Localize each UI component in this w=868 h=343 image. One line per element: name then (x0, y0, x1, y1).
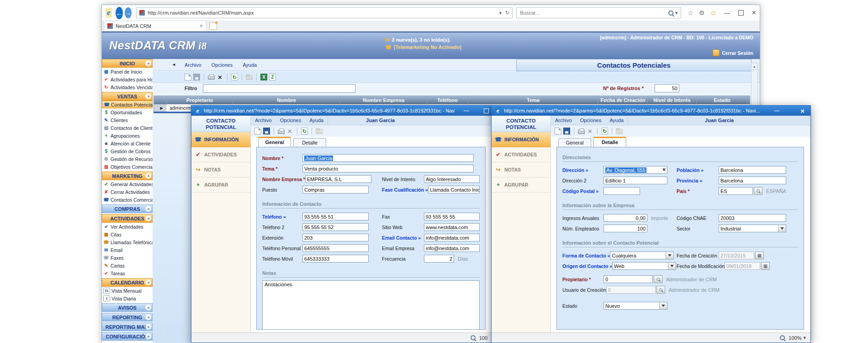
email-empresa-input[interactable]: info@nestdata.com (424, 244, 480, 252)
menu-opciones[interactable]: Opciones (576, 118, 605, 123)
sidebar-header-calendario[interactable]: CALENDARIO » (102, 278, 153, 287)
tab-general[interactable]: General (258, 137, 291, 147)
sidebar-item-contactos-comerciales[interactable]: ☎Contactos Comerciales (102, 196, 153, 204)
notas-textarea[interactable]: Anotaciones (262, 280, 480, 330)
sidebar-item-email[interactable]: ✉Email (102, 246, 153, 254)
refresh-icon[interactable]: ↻ (301, 128, 308, 134)
zoom-icon[interactable] (780, 335, 785, 340)
delete-icon[interactable]: × (587, 128, 593, 134)
grid-header-nombre-empresa[interactable]: Nombre Empresa (340, 96, 427, 104)
delete-icon[interactable]: × (286, 128, 293, 134)
dropdown-arrow-icon[interactable] (668, 263, 676, 269)
popup2-nav-agrupar[interactable]: +AGRUPAR (492, 177, 550, 193)
sidebar-item-tareas[interactable]: ✔Tareas (102, 269, 153, 277)
menu-archivo[interactable]: Archivo (251, 118, 276, 123)
mail-status[interactable]: 3 nuevo(s), 3 no leído(s). (392, 37, 450, 43)
origen-contacto-select[interactable]: Web (612, 262, 676, 270)
email-contacto-input[interactable]: info@nestdata.com (424, 234, 480, 241)
scroll-up-icon[interactable]: ▲ (752, 63, 757, 70)
url-dropdown-icon[interactable]: ▾ (499, 10, 502, 16)
zoom-icon[interactable] (471, 335, 476, 340)
popup1-nav-agrupar[interactable]: +AGRUPAR (191, 177, 250, 193)
zoom-level[interactable]: 100% (789, 335, 801, 341)
sidebar-header-configuracion[interactable]: CONFIGURACIÓN » (102, 332, 153, 341)
minimize-button[interactable]: — (724, 10, 730, 16)
sidebar-item-citas[interactable]: ▦Citas (102, 230, 153, 238)
collapse-chevron-icon[interactable]: » (145, 314, 151, 320)
sidebar-item-gestion-de-recursos[interactable]: ⚙Gestión de Recursos (102, 155, 153, 163)
sidebar-item-vista-diaria[interactable]: 1Vista Diaria (102, 295, 153, 302)
tab-detalle[interactable]: Detalle (293, 138, 326, 147)
collapse-chevron-icon[interactable]: » (145, 279, 151, 285)
num-empleados-input[interactable]: 100 (603, 225, 647, 232)
usuario-lookup-icon[interactable] (656, 286, 665, 294)
sitio-web-input[interactable]: www.nestdata.com (424, 223, 480, 231)
telefono2-input[interactable]: 95 555 55 52 (302, 223, 369, 231)
popup2-minimize-button[interactable]: — (774, 107, 779, 114)
new-tab-button[interactable] (209, 22, 217, 30)
tab-general[interactable]: General (558, 138, 591, 147)
collapse-chevron-icon[interactable]: » (145, 206, 151, 212)
sidebar-item-gestion-de-cobros[interactable]: $Gestión de Cobros (102, 147, 153, 155)
sidebar-item-cartas[interactable]: ✎Cartas (102, 262, 153, 269)
telefono-movil-input[interactable]: 645333333 (302, 255, 369, 263)
collapse-chevron-icon[interactable]: » (145, 215, 151, 221)
grid-header-telefono[interactable]: Teléfono (427, 96, 468, 104)
frecuencia-input[interactable]: 2 (424, 255, 454, 263)
sidebar-header-avisos[interactable]: AVISOS » (102, 303, 153, 312)
maximize-button[interactable] (738, 10, 744, 16)
propietario-input[interactable]: 0 (603, 275, 653, 283)
popup1-nav-actividades[interactable]: ✔ACTIVIDADES (191, 147, 250, 162)
collapse-chevron-icon[interactable]: » (145, 173, 151, 179)
ie-icon[interactable]: e (106, 8, 112, 18)
folder-icon[interactable] (616, 129, 623, 134)
collapse-chevron-icon[interactable]: » (145, 324, 151, 330)
sector-select[interactable]: Industrial (719, 225, 786, 232)
calendar-icon[interactable]: ▦ (761, 262, 770, 270)
print-icon[interactable] (208, 75, 215, 80)
filter-input[interactable] (203, 84, 355, 93)
tab-detalle[interactable]: Detalle (593, 137, 626, 147)
nivel-interes-input[interactable]: Algo Interesado (424, 175, 480, 183)
forma-contacto-select[interactable]: Cualquiera (610, 252, 674, 259)
zoom-dropdown-icon[interactable]: ▾ (803, 335, 806, 341)
sidebar-item-ver-actividades[interactable]: ✔Ver Actividades (102, 223, 153, 230)
direccion2-input[interactable]: Edificio 1 (603, 177, 667, 184)
codigo-cnae-input[interactable]: 20003 (719, 214, 786, 222)
excel-export-icon[interactable]: X (260, 74, 267, 80)
codigo-postal-input[interactable] (603, 187, 640, 195)
nombre-empresa-input[interactable]: EMPRESA, S.L (305, 175, 371, 183)
sidebar-header-inicio[interactable]: INICIO » (102, 59, 153, 68)
refresh-icon[interactable]: ↻ (601, 128, 608, 134)
sidebar-item-clientes[interactable]: ✎Clientes (102, 116, 153, 124)
sidebar-item-faxes[interactable]: ☏Faxes (102, 254, 153, 262)
grid-header-nombre[interactable]: Nombre (233, 96, 340, 104)
collapse-panel-icon[interactable]: ◄ (172, 62, 176, 67)
clear-icon[interactable]: × (662, 166, 666, 173)
forward-button[interactable]: → (125, 7, 132, 18)
sidebar-header-marketing[interactable]: MARKETING » (102, 172, 153, 180)
sidebar-item-objetivos-comerciales[interactable]: ▥Objetivos Comerciales (102, 163, 153, 171)
save-icon[interactable] (263, 128, 270, 134)
menu-archivo[interactable]: Archivo (551, 118, 576, 123)
nombre-input[interactable]: Juan Garcia (302, 154, 474, 162)
sidebar-header-compras[interactable]: COMPRAS » (102, 204, 153, 213)
favorites-icon[interactable]: ☆ (688, 9, 693, 16)
popup1-maximize-button[interactable] (484, 108, 489, 113)
sidebar-item-vista-mensual[interactable]: 31Vista Mensual (102, 287, 153, 295)
calendar-icon[interactable]: ▦ (755, 252, 764, 259)
print-icon[interactable] (278, 130, 285, 134)
sidebar-item-actividades-para-hoy[interactable]: ✔Actividades para Hoy (102, 75, 153, 83)
telefono-personal-input[interactable]: 645555555 (302, 244, 369, 252)
feedback-smiley-icon[interactable]: ☺ (710, 9, 716, 16)
tab-close-icon[interactable]: × (200, 23, 203, 29)
save-icon[interactable] (563, 128, 570, 134)
popup2-close-button[interactable]: × (800, 107, 804, 115)
grid-header-estado[interactable]: Estado (697, 96, 748, 104)
delete-icon[interactable]: × (217, 74, 223, 80)
sidebar-item-llamadas-telefonicas[interactable]: ☎Llamadas Telefónicas (102, 238, 153, 246)
grid-header-propietario[interactable]: Propietario (167, 96, 233, 104)
provincia-input[interactable]: Barcelona (719, 177, 786, 184)
search-icon[interactable] (668, 11, 673, 16)
fase-cualificacion-input[interactable]: Llamada Contacto Inicial (428, 186, 480, 193)
